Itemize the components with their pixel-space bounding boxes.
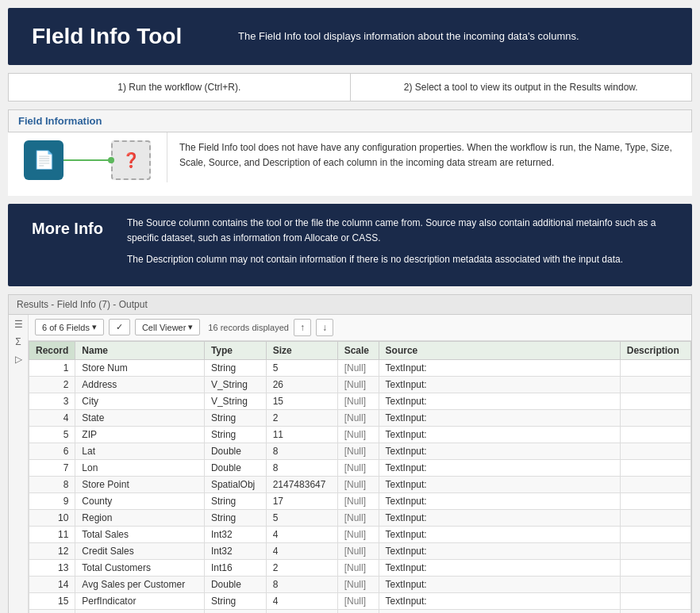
fields-dropdown-arrow: ▾	[92, 322, 97, 332]
cell-record: 8	[29, 476, 75, 492]
field-info-header: Field Information	[8, 109, 692, 132]
cell-type: V_String	[204, 376, 266, 393]
col-header-size: Size	[266, 341, 337, 359]
cell-scale: [Null]	[337, 576, 379, 592]
cell-scale: [Null]	[337, 542, 379, 559]
cell-description	[620, 509, 690, 526]
cell-size: 2147483647	[266, 476, 337, 492]
cell-viewer-label: Cell Viewer	[142, 323, 186, 332]
cell-size: 8	[266, 576, 337, 592]
table-row: 2AddressV_String26[Null]TextInput:	[29, 376, 691, 393]
cell-name: City	[75, 393, 205, 409]
cell-scale: [Null]	[337, 459, 379, 476]
cell-name: PerfIndicator	[75, 592, 205, 609]
cell-scale: [Null]	[337, 492, 379, 509]
table-row: 13Total CustomersInt162[Null]TextInput:	[29, 559, 691, 576]
cell-record: 6	[29, 443, 75, 459]
cell-viewer-dropdown[interactable]: Cell Viewer ▾	[135, 319, 200, 335]
col-header-description: Description	[620, 341, 690, 359]
cell-name: County	[75, 492, 205, 509]
results-header: Results - Field Info (7) - Output	[9, 295, 691, 315]
cell-size: 8	[266, 459, 337, 476]
step-2: 2) Select a tool to view its output in t…	[351, 74, 692, 101]
cell-name: Total Sales	[75, 526, 205, 542]
data-table: Record Name Type Size Scale Source Descr…	[29, 341, 691, 613]
cell-name: Total Customers	[75, 559, 205, 576]
cell-source: TextInput:	[379, 459, 620, 476]
cell-source: TextInput:	[379, 509, 620, 526]
input-tool-icon: 📄	[24, 140, 63, 180]
cell-scale: [Null]	[337, 426, 379, 443]
table-row: 5ZIPString11[Null]TextInput:	[29, 426, 691, 443]
table-row: 8Store PointSpatialObj2147483647[Null]Te…	[29, 476, 691, 492]
connector-line	[63, 159, 111, 161]
cell-record: 12	[29, 542, 75, 559]
cell-record: 2	[29, 376, 75, 393]
cell-name: Credit Sales	[75, 542, 205, 559]
cell-description	[620, 426, 690, 443]
sidebar-icon-filter[interactable]: ▷	[10, 351, 26, 367]
records-count: 16 records displayed	[208, 323, 289, 332]
cell-scale: [Null]	[337, 526, 379, 542]
cell-size: 26	[266, 376, 337, 393]
fields-dropdown[interactable]: 6 of 6 Fields ▾	[35, 319, 104, 335]
header-section: FIeld Info Tool The Field Info tool disp…	[8, 8, 692, 65]
more-info-para2: The Description column may not contain i…	[127, 252, 676, 267]
workflow-diagram: 📄 ❓	[8, 132, 167, 196]
cell-type: String	[204, 409, 266, 426]
col-header-source: Source	[379, 341, 620, 359]
cell-description	[620, 492, 690, 509]
cell-type: String	[204, 359, 266, 376]
col-header-name: Name	[75, 341, 205, 359]
col-header-scale: Scale	[337, 341, 379, 359]
results-toolbar: 6 of 6 Fields ▾ ✓ Cell Viewer ▾ 16 recor…	[29, 315, 691, 341]
step-1: 1) Run the workflow (Ctrl+R).	[9, 74, 351, 101]
table-row: 14Avg Sales per CustomerDouble8[Null]Tex…	[29, 576, 691, 592]
table-row: 6LatDouble8[Null]TextInput:	[29, 443, 691, 459]
cell-description	[620, 443, 690, 459]
col-header-type: Type	[204, 341, 266, 359]
sidebar-icon-sum[interactable]: Σ	[10, 334, 26, 350]
cell-source: TextInput:	[379, 359, 620, 376]
cell-name: Store Num	[75, 359, 205, 376]
cell-size: 2147483647	[266, 609, 337, 613]
cell-type: Double	[204, 443, 266, 459]
cell-record: 14	[29, 576, 75, 592]
cell-source: TextInput:	[379, 393, 620, 409]
cell-size: 15	[266, 393, 337, 409]
cell-scale: [Null]	[337, 559, 379, 576]
result-side-icons: ☰ Σ ▷	[9, 315, 29, 613]
cell-record: 3	[29, 393, 75, 409]
cell-record: 4	[29, 409, 75, 426]
cell-name: Lat	[75, 443, 205, 459]
field-info-tool-icon: ❓	[111, 140, 151, 180]
cell-source: TradeArea:Source=Store Point Radius=3 Un…	[379, 609, 620, 613]
cell-source: TextInput:	[379, 559, 620, 576]
cell-scale: [Null]	[337, 376, 379, 393]
cell-type: Int32	[204, 526, 266, 542]
cell-size: 17	[266, 492, 337, 509]
check-icon-btn[interactable]: ✓	[109, 319, 130, 335]
cell-size: 11	[266, 426, 337, 443]
field-info-body: The Field Info tool does not have have a…	[167, 132, 692, 182]
cell-source: TextInput:	[379, 443, 620, 459]
cell-name: Address	[75, 376, 205, 393]
sort-asc-btn[interactable]: ↑	[294, 319, 311, 336]
cell-record: 15	[29, 592, 75, 609]
cell-record: 9	[29, 492, 75, 509]
cell-source: TextInput:	[379, 592, 620, 609]
cell-type: String	[204, 509, 266, 526]
sidebar-icon-list[interactable]: ☰	[10, 316, 26, 332]
col-header-record: Record	[29, 341, 75, 359]
header-description: The Field Info tool displays information…	[238, 29, 579, 44]
cell-size: 2	[266, 409, 337, 426]
cell-scale: [Null]	[337, 592, 379, 609]
sort-desc-btn[interactable]: ↓	[316, 319, 333, 336]
cell-type: String	[204, 426, 266, 443]
cell-size: 4	[266, 526, 337, 542]
cell-scale: [Null]	[337, 509, 379, 526]
table-row: 12Credit SalesInt324[Null]TextInput:	[29, 542, 691, 559]
table-row: 11Total SalesInt324[Null]TextInput:	[29, 526, 691, 542]
cell-scale: [Null]	[337, 476, 379, 492]
more-info-title: More Info	[32, 216, 111, 238]
